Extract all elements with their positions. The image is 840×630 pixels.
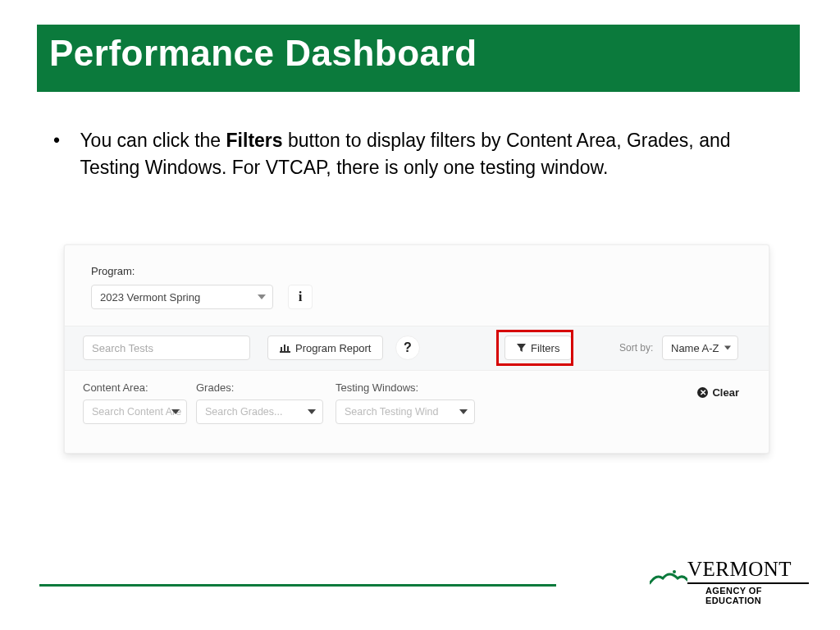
bar-chart-icon [280,344,290,353]
bullet-dot: • [53,127,75,154]
logo-rule [687,582,809,584]
clear-label: Clear [712,386,739,399]
filter-icon [517,344,526,353]
help-icon: ? [404,340,412,355]
program-report-button[interactable]: Program Report [267,336,383,360]
title-underline [37,89,800,92]
vermont-wordmark: VERMONT [687,558,792,581]
svg-rect-1 [281,347,282,351]
chevron-down-icon [308,409,316,414]
content-area-label: Content Area: [83,381,148,394]
chevron-down-icon [459,409,468,414]
filters-button[interactable]: Filters [504,336,572,360]
content-area-placeholder: Search Content Are [92,406,181,418]
sort-by-select[interactable]: Name A-Z [662,336,738,360]
grades-label: Grades: [196,381,234,394]
program-select[interactable]: 2023 Vermont Spring [91,285,273,309]
sort-by-label: Sort by: [619,342,653,354]
caret-down-icon [724,346,731,350]
vermont-subbrand: AGENCY OF EDUCATION [705,586,810,605]
bullet-text: You can click the Filters button to disp… [80,127,769,182]
program-report-label: Program Report [295,342,371,354]
clear-icon: ✕ [697,387,708,398]
info-button[interactable]: i [288,285,313,309]
svg-rect-0 [280,351,290,353]
clear-button[interactable]: ✕ Clear [697,386,739,399]
program-label: Program: [91,265,135,277]
grades-select[interactable]: Search Grades... [196,399,323,424]
mountain-icon [650,568,687,585]
help-button[interactable]: ? [395,336,420,360]
svg-point-4 [673,570,676,573]
testing-windows-placeholder: Search Testing Wind [345,406,438,418]
content-area-select[interactable]: Search Content Are [83,399,187,424]
filters-label: Filters [531,342,559,354]
search-tests-input[interactable] [83,336,250,360]
footer-divider [39,584,556,587]
svg-rect-3 [287,346,289,351]
slide: Performance Dashboard • You can click th… [0,0,840,630]
testing-windows-label: Testing Windows: [336,381,418,394]
page-title: Performance Dashboard [49,33,477,74]
bullet-prefix: You can click the [80,130,226,151]
grades-placeholder: Search Grades... [205,406,283,418]
program-select-value: 2023 Vermont Spring [100,291,200,304]
chevron-down-icon [171,409,180,414]
filter-row: Content Area: Grades: Testing Windows: S… [65,378,769,444]
chevron-down-icon [258,294,266,299]
bullet-item: • You can click the Filters button to di… [53,127,775,182]
svg-rect-2 [284,345,285,351]
testing-windows-select[interactable]: Search Testing Wind [336,399,475,424]
info-icon: i [299,289,303,305]
vermont-logo: VERMONT AGENCY OF EDUCATION [646,558,810,607]
sort-by-value: Name A-Z [671,342,719,354]
bullet-strong: Filters [226,130,283,151]
dashboard-panel: Program: 2023 Vermont Spring i Program R… [64,244,769,454]
